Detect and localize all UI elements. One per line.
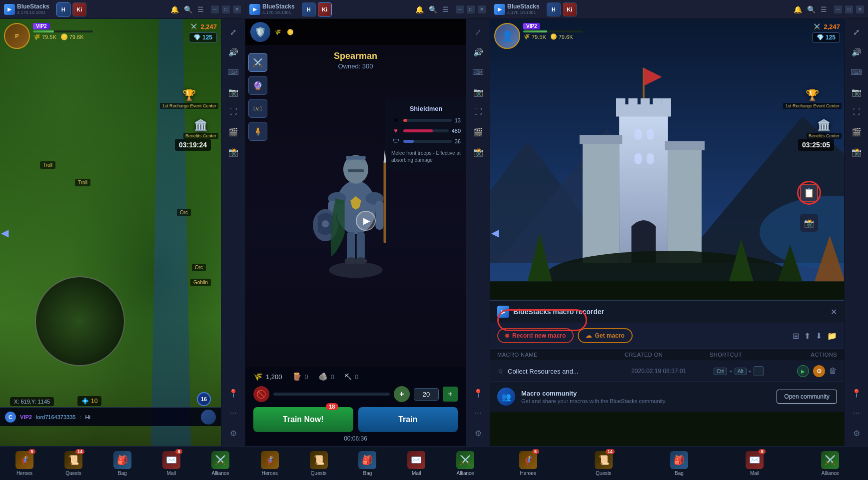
expand-btn-3[interactable]: ⤢ xyxy=(848,23,866,41)
nav-alliance-1[interactable]: ⚔️ Alliance xyxy=(205,451,235,476)
screenshot-side-btn[interactable]: 📸 xyxy=(800,214,818,232)
tab-avatar-h-3[interactable]: H xyxy=(547,2,561,16)
location-btn-3[interactable]: 📍 xyxy=(848,384,866,402)
get-macro-btn[interactable]: ☁ Get macro xyxy=(578,328,632,343)
tab-avatar-ki-2[interactable]: Ki xyxy=(318,2,332,16)
maximize-btn-3[interactable]: □ xyxy=(845,5,853,13)
shortcut-key-input[interactable] xyxy=(754,366,764,376)
search-icon-2[interactable]: 🔍 xyxy=(429,5,437,13)
video-btn-1[interactable]: 🎬 xyxy=(224,123,242,141)
nav-mail-3[interactable]: ✉️ 8 Mail xyxy=(740,451,770,476)
nav-quests-3[interactable]: 📜 14 Quests xyxy=(589,451,619,476)
open-community-btn[interactable]: Open community xyxy=(777,390,837,404)
bell-icon-3[interactable]: 🔔 xyxy=(794,5,802,13)
train-now-button[interactable]: 18 Train Now! xyxy=(253,407,353,432)
close-btn-3[interactable]: ✕ xyxy=(856,5,864,13)
menu-icon-3[interactable]: ☰ xyxy=(821,5,827,13)
nav-mail-2[interactable]: ✉️ Mail xyxy=(401,451,431,476)
screenshot-btn-1[interactable]: 📸 xyxy=(224,143,242,161)
play-macro-btn[interactable]: ▶ xyxy=(797,365,809,377)
qty-plus-btn[interactable]: + xyxy=(394,386,410,402)
qty-input[interactable] xyxy=(414,388,439,401)
nav-alliance-2[interactable]: ⚔️ Alliance xyxy=(450,451,480,476)
building-event-3[interactable]: 🏆 1st Recharge Event Center xyxy=(783,89,842,109)
nav-alliance-3[interactable]: ⚔️ Alliance xyxy=(815,451,845,476)
nav-bag-2[interactable]: 🎒 Bag xyxy=(352,451,382,476)
minimize-btn-2[interactable]: ─ xyxy=(456,5,464,13)
tab-avatar-ki-1[interactable]: Ki xyxy=(72,2,86,16)
import-icon[interactable]: ⬆ xyxy=(804,331,811,341)
settings-btn-3[interactable]: ⚙ xyxy=(848,424,866,442)
folder-icon[interactable]: 📁 xyxy=(827,331,837,341)
tab-avatar-h-2[interactable]: H xyxy=(302,2,316,16)
nav-arrow-left-3[interactable]: ◀ xyxy=(491,227,499,239)
nav-heroes-3[interactable]: 🦸 5 Heroes xyxy=(513,451,543,476)
building-benefits-1[interactable]: 🏛️ Benefits Center xyxy=(183,119,218,139)
screenshot-btn-2[interactable]: 📸 xyxy=(469,143,487,161)
nav-quests-1[interactable]: 📜 14 Quests xyxy=(58,451,88,476)
nav-bag-3[interactable]: 🎒 Bag xyxy=(664,451,694,476)
close-btn-2[interactable]: ✕ xyxy=(478,5,486,13)
macro-button-highlighted[interactable]: 📋 xyxy=(800,184,818,202)
nav-quests-2[interactable]: 📜 Quests xyxy=(304,451,334,476)
nav-bag-1[interactable]: 🎒 Bag xyxy=(107,451,137,476)
maximize-btn-1[interactable]: □ xyxy=(222,5,230,13)
close-btn-1[interactable]: ✕ xyxy=(233,5,241,13)
camera-btn-2[interactable]: 📷 xyxy=(469,83,487,101)
export-icon[interactable]: ⬇ xyxy=(816,331,822,341)
fullscreen-btn-3[interactable]: ⛶ xyxy=(848,103,866,121)
game-viewport-3[interactable]: 👤 VIP2 🌾 79.5K 🪙 xyxy=(490,19,844,446)
building-event-1[interactable]: 🏆 1st Recharge Event Center xyxy=(160,89,218,109)
bell-icon-2[interactable]: 🔔 xyxy=(415,5,424,13)
search-icon-3[interactable]: 🔍 xyxy=(807,5,816,13)
expand-btn-1[interactable]: ⤢ xyxy=(224,23,242,41)
record-new-macro-btn[interactable]: Record new macro xyxy=(497,328,574,343)
nav-heroes-2[interactable]: 🦸 Heroes xyxy=(255,451,285,476)
camera-btn-1[interactable]: 📷 xyxy=(224,83,242,101)
layout-icon[interactable]: ⊞ xyxy=(793,331,799,341)
train-button[interactable]: Train xyxy=(358,407,458,432)
volume-btn-2[interactable]: 🔊 xyxy=(469,43,487,61)
nav-arrow-left-1[interactable]: ◀ xyxy=(1,227,8,239)
keyboard-btn-3[interactable]: ⌨ xyxy=(848,63,866,81)
camera-btn-3[interactable]: 📷 xyxy=(848,83,866,101)
fullscreen-btn-2[interactable]: ⛶ xyxy=(469,103,487,121)
search-icon-1[interactable]: 🔍 xyxy=(184,5,192,13)
troop-icon-sword[interactable]: ⚔️ xyxy=(248,53,267,72)
settings-macro-btn[interactable]: ⚙ xyxy=(813,365,825,377)
video-btn-2[interactable]: 🎬 xyxy=(469,123,487,141)
video-btn-3[interactable]: 🎬 xyxy=(848,123,866,141)
bell-icon-1[interactable]: 🔔 xyxy=(170,5,179,13)
game-viewport-1[interactable]: P VIP2 🌾 79.5K 🪙 xyxy=(0,19,221,446)
menu-icon-1[interactable]: ☰ xyxy=(197,5,204,13)
volume-btn-1[interactable]: 🔊 xyxy=(224,43,242,61)
location-btn-2[interactable]: 📍 xyxy=(469,384,487,402)
more-btn-2[interactable]: ··· xyxy=(469,404,487,422)
nav-heroes-1[interactable]: 🦸 5 Heroes xyxy=(9,451,39,476)
screenshot-btn-3[interactable]: 📸 xyxy=(848,143,866,161)
settings-btn-1[interactable]: ⚙ xyxy=(224,424,242,442)
more-btn-3[interactable]: ··· xyxy=(848,404,866,422)
keyboard-btn-2[interactable]: ⌨ xyxy=(469,63,487,81)
nav-mail-1[interactable]: ✉️ 8 Mail xyxy=(156,451,186,476)
location-btn-1[interactable]: 📍 xyxy=(224,384,242,402)
play-video-btn[interactable]: ▶ xyxy=(356,211,376,231)
qty-slider[interactable] xyxy=(273,393,390,396)
macro-star-0[interactable]: ☆ xyxy=(497,367,504,375)
fullscreen-btn-1[interactable]: ⛶ xyxy=(224,103,242,121)
minimize-btn-1[interactable]: ─ xyxy=(211,5,219,13)
tab-avatar-ki-3[interactable]: Ki xyxy=(563,2,577,16)
menu-icon-2[interactable]: ☰ xyxy=(442,5,449,13)
settings-btn-2[interactable]: ⚙ xyxy=(469,424,487,442)
keyboard-btn-1[interactable]: ⌨ xyxy=(224,63,242,81)
qty-max-btn[interactable]: + xyxy=(443,387,458,402)
game-viewport-2[interactable]: 🛡️ 🌾 🪙 Spearman Owned: 300 xyxy=(245,19,466,446)
tab-avatar-h-1[interactable]: H xyxy=(56,2,70,16)
qty-minus-btn[interactable]: 🚫 xyxy=(253,386,269,402)
macro-close-btn[interactable]: ✕ xyxy=(831,307,837,317)
delete-macro-btn[interactable]: 🗑 xyxy=(829,367,837,376)
expand-btn-2[interactable]: ⤢ xyxy=(469,23,487,41)
building-benefits-3[interactable]: 🏛️ Benefits Center xyxy=(807,119,842,139)
minimize-btn-3[interactable]: ─ xyxy=(834,5,842,13)
macro-side-icon[interactable]: 📋 xyxy=(800,184,818,202)
